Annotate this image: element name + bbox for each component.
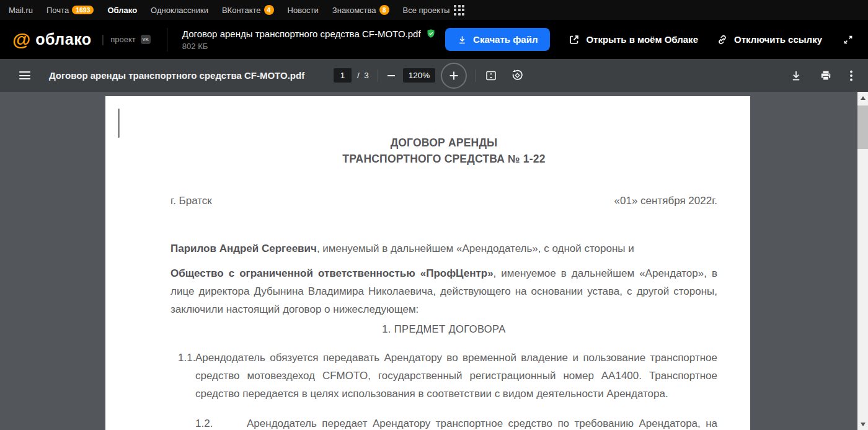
page-total: / 3 [357, 71, 369, 80]
download-icon [458, 35, 467, 45]
file-name: Договор аренды транспортного средства CF… [182, 29, 421, 39]
open-external-icon [569, 34, 580, 45]
rotate-counterclockwise-icon [511, 69, 524, 82]
pdf-viewer-area: ДОГОВОР АРЕНДЫ ТРАНСПОРТНОГО СРЕДСТВА № … [0, 92, 868, 430]
pdf-viewer-title: Договор аренды транспортного средства CF… [49, 70, 304, 81]
clause-1-2-number: 1.2. [195, 414, 247, 430]
notification-badge: 8 [379, 5, 389, 15]
logo-wordmark: облако [35, 30, 91, 48]
open-in-my-cloud-label: Открыть в моём Облаке [586, 34, 698, 45]
logo-separator: | [102, 33, 105, 46]
rotate-page-button[interactable] [511, 69, 524, 82]
download-file-label: Скачать файл [473, 34, 538, 45]
toolbar-divider [476, 69, 476, 82]
toolbar-divider [378, 69, 378, 82]
party-lessee-paragraph: Общество с ограниченной ответственностью… [170, 264, 717, 318]
topbar-item-mailru[interactable]: Mail.ru [9, 6, 33, 15]
contract-city: г. Братск [170, 192, 212, 210]
clause-1-2: 1.2.Арендодатель передает Арендатору тра… [170, 414, 717, 430]
topbar-label: Облако [107, 6, 137, 15]
topbar-item-mail[interactable]: Почта 1693 [46, 6, 94, 15]
clause-1-1-text: Арендодатель обязуется передавать Аренда… [195, 352, 717, 400]
print-button[interactable] [820, 69, 832, 82]
scrollbar-thumb[interactable] [857, 105, 868, 149]
topbar-label: Mail.ru [9, 6, 33, 15]
mailru-at-icon: @ [12, 30, 30, 49]
plus-icon [449, 71, 459, 81]
download-icon [790, 69, 802, 82]
party-lessor-paragraph: Парилов Андрей Сергеевич, именуемый в да… [170, 240, 717, 258]
expand-arrows-icon [843, 35, 853, 45]
topbar-item-all-projects[interactable]: Все проекты [403, 5, 465, 16]
disable-link-button[interactable]: Отключить ссылку [717, 34, 822, 45]
fullscreen-expand-button[interactable] [841, 32, 856, 47]
scroll-up-button[interactable] [857, 93, 868, 102]
topbar-item-vkontakte[interactable]: ВКонтакте 4 [222, 5, 274, 15]
disable-link-label: Отключить ссылку [734, 34, 822, 45]
document-title-line2: ТРАНСПОРТНОГО СРЕДСТВА № 1-22 [170, 151, 717, 167]
header-divider [167, 28, 167, 52]
lessor-name: Парилов Андрей Сергеевич [170, 243, 317, 254]
cloud-logo[interactable]: @ облако | проект VK [12, 30, 151, 49]
file-size: 802 КБ [182, 42, 436, 51]
kebab-menu-icon [849, 69, 853, 82]
notification-badge: 4 [264, 5, 274, 15]
cloud-header: @ облако | проект VK Договор аренды тран… [0, 20, 868, 59]
more-options-button[interactable] [849, 69, 853, 82]
topbar-label: Знакомства [332, 6, 376, 15]
fit-to-page-button[interactable] [485, 69, 497, 82]
topbar-label: ВКонтакте [222, 6, 261, 15]
zoom-in-focus-ring [441, 63, 467, 89]
contract-date: «01» сентября 2022г. [614, 192, 717, 210]
printer-icon [820, 69, 832, 82]
minus-icon [387, 71, 396, 80]
triangle-up-icon [861, 96, 866, 100]
lessee-name: Общество с ограниченной ответственностью… [170, 267, 494, 279]
city-date-row: г. Братск «01» сентября 2022г. [170, 192, 717, 210]
fit-to-page-icon [485, 69, 497, 82]
open-in-my-cloud-button[interactable]: Открыть в моём Облаке [569, 34, 698, 45]
file-info: Договор аренды транспортного средства CF… [182, 29, 436, 51]
zoom-out-button[interactable] [387, 71, 396, 80]
virus-checked-shield-icon [426, 29, 436, 38]
topbar-label: Одноклассники [151, 6, 208, 15]
apps-grid-icon [454, 5, 464, 16]
link-icon [717, 34, 728, 45]
topbar-item-news[interactable]: Новости [288, 6, 319, 15]
scroll-down-button[interactable] [857, 419, 868, 429]
topbar-label: Почта [46, 6, 69, 15]
document-title-line1: ДОГОВОР АРЕНДЫ [170, 135, 717, 151]
clause-1-1: 1.1. Арендодатель обязуется передавать А… [170, 349, 717, 403]
topbar-label: Новости [288, 6, 319, 15]
section-1-heading: 1. ПРЕДМЕТ ДОГОВОРА [170, 320, 717, 338]
projects-topbar: Mail.ru Почта 1693 Облако Одноклассники … [0, 0, 868, 20]
logo-project-label: проект [110, 35, 136, 44]
vertical-scrollbar[interactable] [857, 92, 868, 430]
topbar-label: Все проекты [403, 6, 450, 15]
page-number-input[interactable]: 1 [334, 68, 352, 83]
triangle-down-icon [861, 423, 866, 426]
topbar-item-cloud[interactable]: Облако [107, 6, 137, 15]
document-title: ДОГОВОР АРЕНДЫ ТРАНСПОРТНОГО СРЕДСТВА № … [170, 135, 717, 167]
topbar-item-dating[interactable]: Знакомства 8 [332, 5, 389, 15]
unread-count-badge: 1693 [72, 6, 94, 15]
download-file-button[interactable]: Скачать файл [445, 28, 550, 51]
lessor-text: , именуемый в дальнейшем «Арендодатель»,… [317, 243, 634, 254]
scanned-pen-mark [118, 109, 120, 138]
pdf-page-1: ДОГОВОР АРЕНДЫ ТРАНСПОРТНОГО СРЕДСТВА № … [105, 96, 750, 430]
sidebar-menu-button[interactable] [17, 69, 33, 82]
pdf-toolbar: Договор аренды транспортного средства CF… [0, 59, 868, 92]
vk-logo-icon: VK [141, 35, 151, 44]
pdf-download-button[interactable] [790, 69, 802, 82]
topbar-item-odnoklassniki[interactable]: Одноклассники [151, 6, 208, 15]
zoom-level-value: 120% [403, 68, 436, 83]
clause-1-1-number: 1.1. [178, 349, 195, 367]
clause-1-2-text: Арендодатель передает Арендатору транспо… [247, 418, 717, 429]
zoom-in-button[interactable] [449, 71, 459, 81]
